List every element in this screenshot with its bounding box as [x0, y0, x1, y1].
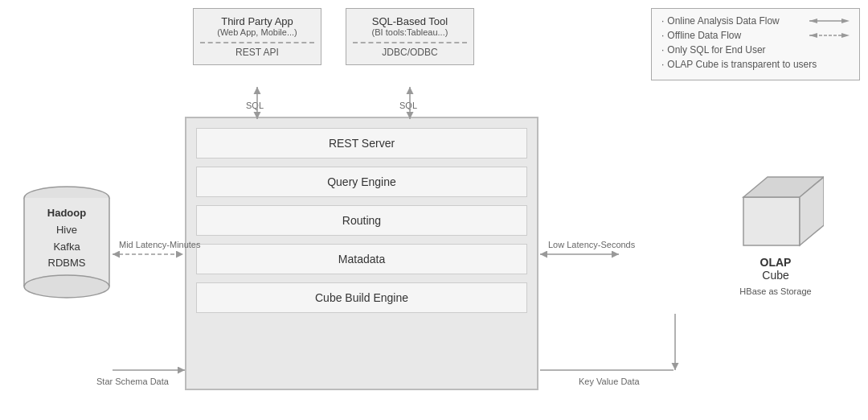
rest-server-label: REST Server [329, 137, 395, 150]
hadoop-line1: Hadoop [23, 205, 111, 222]
legend-label-offline: Offline Data Flow [667, 30, 741, 41]
legend-arrow-offline-icon [809, 31, 850, 40]
sql-tool-label: JDBC/ODBC [353, 42, 467, 58]
query-engine-row: Query Engine [196, 167, 527, 197]
legend-arrow-online-icon [809, 16, 850, 26]
hbase-storage-label: HBase as Storage [723, 286, 828, 296]
legend-label-sql: Only SQL for End User [667, 44, 765, 56]
legend-item-offline: · Offline Data Flow [661, 30, 850, 41]
svg-marker-4 [841, 33, 850, 38]
legend-item-olap: · OLAP Cube is transparent to users [661, 59, 850, 70]
sql-tool-box: SQL-Based Tool (BI tools:Tableau...) JDB… [346, 8, 474, 65]
legend-item-sql: · Only SQL for End User [661, 44, 850, 56]
third-party-subtitle: (Web App, Mobile...) [200, 27, 314, 37]
third-party-app-box: Third Party App (Web App, Mobile...) RES… [193, 8, 321, 65]
cube-icon [727, 165, 824, 261]
low-latency-label: Low Latency-Seconds [548, 240, 635, 249]
legend-label-olap: OLAP Cube is transparent to users [667, 59, 817, 70]
routing-row: Routing [196, 205, 527, 236]
diagram-container: · Online Analysis Data Flow · Offline Da… [0, 0, 868, 420]
routing-label: Routing [342, 214, 381, 227]
mid-latency-label: Mid Latency-Minutes [119, 240, 201, 249]
legend-dot2: · [661, 30, 664, 41]
sql-tool-subtitle: (BI tools:Tableau...) [353, 27, 467, 37]
main-server-box: REST Server Query Engine Routing Matadat… [185, 117, 538, 390]
rest-server-row: REST Server [196, 128, 527, 159]
svg-point-10 [24, 275, 109, 298]
svg-marker-2 [809, 19, 817, 23]
cube-build-row: Cube Build Engine [196, 282, 527, 313]
sql-left-label: SQL [246, 101, 264, 110]
svg-marker-11 [743, 197, 800, 245]
third-party-title: Third Party App [200, 15, 314, 27]
matadata-row: Matadata [196, 244, 527, 274]
legend-box: · Online Analysis Data Flow · Offline Da… [651, 8, 860, 80]
hadoop-line2: Hive [23, 222, 111, 239]
hadoop-text: Hadoop Hive Kafka RDBMS [23, 205, 111, 272]
matadata-label: Matadata [338, 253, 385, 266]
legend-item-online: · Online Analysis Data Flow [661, 15, 850, 27]
svg-marker-5 [809, 33, 817, 38]
legend-dot: · [661, 15, 664, 27]
cube-build-label: Cube Build Engine [315, 291, 408, 304]
olap-container: OLAP Cube HBase as Storage [723, 165, 828, 296]
olap-subtitle: Cube [723, 269, 828, 282]
hadoop-line4: RDBMS [23, 255, 111, 272]
query-engine-label: Query Engine [327, 175, 396, 188]
legend-dot3: · [661, 44, 664, 56]
star-schema-label: Star Schema Data [96, 377, 169, 386]
legend-dot4: · [661, 59, 664, 70]
sql-right-label: SQL [399, 101, 417, 110]
hadoop-line3: Kafka [23, 239, 111, 256]
key-value-label: Key Value Data [579, 377, 640, 386]
third-party-label: REST API [200, 42, 314, 58]
legend-label-online: Online Analysis Data Flow [667, 15, 779, 27]
sql-tool-title: SQL-Based Tool [353, 15, 467, 27]
svg-marker-1 [841, 19, 850, 23]
